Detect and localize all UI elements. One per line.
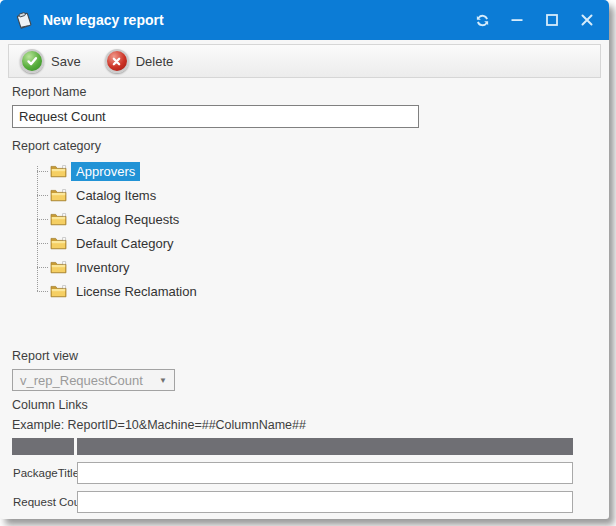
- link-row-label: PackageTitle: [12, 467, 74, 479]
- tree-connector-line: [37, 195, 48, 196]
- tree-item[interactable]: Catalog Requests: [33, 207, 601, 231]
- tree-item[interactable]: Approvers: [33, 159, 601, 183]
- column-link-row: PackageTitle: [12, 462, 573, 484]
- delete-button-label: Delete: [136, 54, 174, 69]
- report-view-value: v_rep_RequestCount: [20, 373, 143, 388]
- delete-x-icon: [105, 49, 129, 73]
- report-category-label: Report category: [12, 139, 601, 154]
- minimize-icon[interactable]: [509, 12, 525, 28]
- toolbar: Save Delete: [8, 44, 601, 78]
- category-tree: Approvers Catalog Items Catalog Requests: [33, 159, 601, 349]
- titlebar: New legacy report: [0, 0, 609, 40]
- tree-item[interactable]: License Reclamation: [33, 279, 601, 303]
- window-controls: [474, 12, 595, 28]
- tree-item-label: Catalog Requests: [71, 210, 184, 229]
- folder-icon: [50, 164, 67, 178]
- report-name-label: Report Name: [12, 85, 601, 100]
- save-check-icon: [20, 49, 44, 73]
- tree-item-label: Default Category: [71, 234, 179, 253]
- chevron-down-icon: ▼: [159, 376, 167, 385]
- tree-connector-line: [37, 291, 48, 292]
- window-title: New legacy report: [43, 12, 164, 28]
- tree-connector-line: [37, 243, 48, 244]
- column-links-header: [12, 438, 573, 455]
- refresh-icon[interactable]: [474, 12, 490, 28]
- column-links-table: PackageTitle Request Count: [12, 438, 573, 513]
- tree-item-label: Catalog Items: [71, 186, 161, 205]
- column-links-rows: PackageTitle Request Count: [12, 462, 573, 513]
- tree-connector-line: [37, 267, 48, 268]
- maximize-icon[interactable]: [544, 12, 560, 28]
- header-cell-link: [77, 438, 573, 455]
- column-link-row: Request Count: [12, 491, 573, 513]
- close-icon[interactable]: [579, 12, 595, 28]
- report-name-input[interactable]: [12, 105, 419, 128]
- column-links-example: Example: ReportID=10&Machine=##ColumnNam…: [12, 418, 601, 433]
- tree-connector-line: [37, 219, 48, 220]
- tree-item[interactable]: Inventory: [33, 255, 601, 279]
- report-note-icon: [14, 11, 34, 30]
- tree-item-label: Inventory: [71, 258, 134, 277]
- tree-item-label: Approvers: [71, 162, 140, 181]
- folder-icon: [50, 260, 67, 274]
- folder-icon: [50, 236, 67, 250]
- folder-icon: [50, 212, 67, 226]
- column-links-label: Column Links: [12, 398, 601, 413]
- save-button-label: Save: [51, 54, 81, 69]
- link-row-label: Request Count: [12, 496, 74, 508]
- tree-item[interactable]: Catalog Items: [33, 183, 601, 207]
- tree-connector-line: [37, 171, 48, 172]
- dialog-window: New legacy report: [0, 0, 609, 519]
- link-row-input[interactable]: [77, 462, 573, 484]
- tree-item[interactable]: Default Category: [33, 231, 601, 255]
- save-button[interactable]: Save: [20, 49, 81, 73]
- folder-icon: [50, 188, 67, 202]
- link-row-input[interactable]: [77, 491, 573, 513]
- dialog-body: Save Delete Report Name Report category …: [0, 40, 609, 517]
- report-view-label: Report view: [12, 349, 601, 364]
- header-cell-name: [12, 438, 74, 455]
- tree-item-label: License Reclamation: [71, 282, 202, 301]
- report-view-dropdown[interactable]: v_rep_RequestCount ▼: [12, 369, 175, 391]
- delete-button[interactable]: Delete: [105, 49, 174, 73]
- folder-icon: [50, 284, 67, 298]
